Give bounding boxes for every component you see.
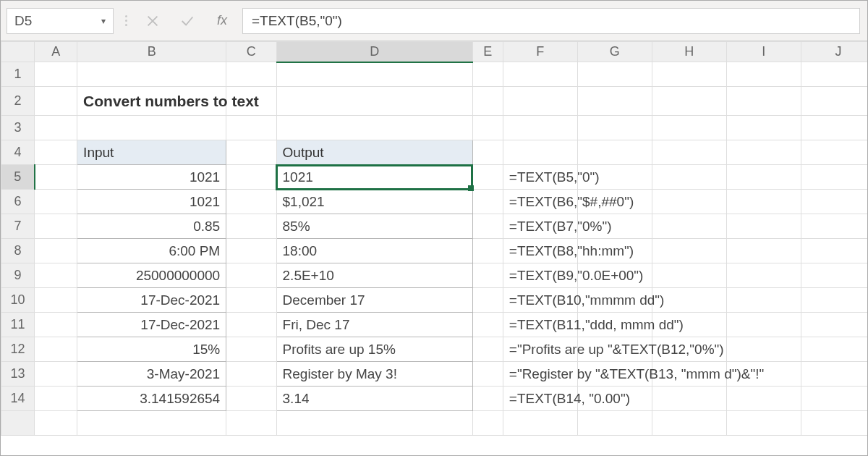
cell[interactable] bbox=[577, 116, 652, 140]
col-header[interactable]: I bbox=[726, 42, 801, 62]
cell[interactable]: Convert numbers to text bbox=[77, 87, 226, 116]
spreadsheet-grid[interactable]: A B C D E F G H I J 1 bbox=[1, 41, 867, 456]
cell[interactable] bbox=[226, 190, 276, 214]
cell[interactable] bbox=[472, 362, 503, 387]
select-all-corner[interactable] bbox=[1, 42, 35, 62]
cell[interactable] bbox=[226, 387, 276, 411]
row-header[interactable]: 6 bbox=[1, 190, 35, 214]
cell[interactable] bbox=[503, 411, 577, 436]
cell[interactable] bbox=[226, 62, 276, 87]
cell[interactable] bbox=[226, 239, 276, 263]
row-header[interactable]: 9 bbox=[1, 263, 35, 288]
cell[interactable] bbox=[472, 337, 503, 362]
cell[interactable] bbox=[472, 288, 503, 313]
row-header[interactable]: 13 bbox=[1, 362, 35, 387]
cell[interactable] bbox=[726, 62, 801, 87]
cell[interactable] bbox=[801, 62, 867, 87]
cell[interactable] bbox=[652, 411, 726, 436]
cell[interactable]: =TEXT(B6,"$#,##0") bbox=[503, 190, 577, 214]
cell[interactable] bbox=[35, 62, 77, 87]
cell[interactable]: 2.5E+10 bbox=[276, 263, 472, 288]
cell[interactable] bbox=[503, 116, 577, 140]
chevron-down-icon[interactable]: ▾ bbox=[101, 16, 106, 26]
cell[interactable] bbox=[77, 116, 226, 140]
cell[interactable] bbox=[226, 337, 276, 362]
cell[interactable] bbox=[226, 263, 276, 288]
col-header[interactable]: H bbox=[652, 42, 726, 62]
cell[interactable] bbox=[35, 362, 77, 387]
cell[interactable]: 6:00 PM bbox=[77, 239, 226, 263]
fx-icon[interactable]: fx bbox=[208, 13, 237, 28]
cell[interactable] bbox=[472, 214, 503, 239]
cell[interactable]: 1021 bbox=[77, 165, 226, 190]
cell[interactable] bbox=[35, 337, 77, 362]
cell[interactable] bbox=[35, 263, 77, 288]
cell[interactable]: Fri, Dec 17 bbox=[276, 313, 472, 337]
col-header[interactable]: D bbox=[276, 42, 472, 62]
cell[interactable]: 0.85 bbox=[77, 214, 226, 239]
cell[interactable]: $1,021 bbox=[276, 190, 472, 214]
row-header[interactable]: 5 bbox=[1, 165, 35, 190]
cell[interactable]: =TEXT(B8,"hh:mm") bbox=[503, 239, 577, 263]
cell[interactable] bbox=[726, 87, 801, 116]
formula-input[interactable]: =TEXT(B5,"0") bbox=[242, 8, 860, 34]
cell[interactable] bbox=[472, 313, 503, 337]
accept-button[interactable] bbox=[173, 8, 202, 34]
col-header[interactable]: A bbox=[35, 42, 77, 62]
row-header[interactable]: 7 bbox=[1, 214, 35, 239]
cell[interactable] bbox=[577, 87, 652, 116]
cell[interactable]: =TEXT(B9,"0.0E+00") bbox=[503, 263, 577, 288]
cell[interactable]: =TEXT(B14, "0.00") bbox=[503, 387, 577, 411]
cell[interactable] bbox=[503, 62, 577, 87]
cell[interactable] bbox=[652, 87, 726, 116]
cell[interactable]: ="Profits are up "&TEXT(B12,"0%") bbox=[503, 337, 577, 362]
row-header[interactable]: 14 bbox=[1, 387, 35, 411]
row-header[interactable]: 11 bbox=[1, 313, 35, 337]
cell[interactable]: 3-May-2021 bbox=[77, 362, 226, 387]
col-header[interactable]: G bbox=[577, 42, 652, 62]
cell[interactable]: Register by May 3! bbox=[276, 362, 472, 387]
cell[interactable] bbox=[652, 140, 726, 165]
cell[interactable] bbox=[726, 411, 801, 436]
cell[interactable] bbox=[35, 288, 77, 313]
cell[interactable] bbox=[226, 165, 276, 190]
cell[interactable] bbox=[472, 387, 503, 411]
cell[interactable]: =TEXT(B11,"ddd, mmm dd") bbox=[503, 313, 577, 337]
cell[interactable] bbox=[503, 87, 577, 116]
cell[interactable] bbox=[35, 411, 77, 436]
col-header[interactable]: J bbox=[801, 42, 867, 62]
cell[interactable]: 25000000000 bbox=[77, 263, 226, 288]
cell[interactable] bbox=[577, 411, 652, 436]
row-header[interactable]: 1 bbox=[1, 62, 35, 87]
cancel-button[interactable] bbox=[138, 8, 167, 34]
cell[interactable] bbox=[276, 411, 472, 436]
cell[interactable]: 3.14 bbox=[276, 387, 472, 411]
cell[interactable] bbox=[652, 62, 726, 87]
cell[interactable] bbox=[35, 116, 77, 140]
cell[interactable] bbox=[276, 62, 472, 87]
cell[interactable] bbox=[35, 165, 77, 190]
cell[interactable]: Profits are up 15% bbox=[276, 337, 472, 362]
cell[interactable]: =TEXT(B7,"0%") bbox=[503, 214, 577, 239]
cell[interactable]: ="Register by "&TEXT(B13, "mmm d")&"!" bbox=[503, 362, 577, 387]
cell[interactable] bbox=[35, 140, 77, 165]
cell[interactable] bbox=[577, 140, 652, 165]
cell[interactable] bbox=[226, 362, 276, 387]
cell[interactable] bbox=[35, 87, 77, 116]
cell[interactable] bbox=[276, 116, 472, 140]
cell[interactable] bbox=[472, 62, 503, 87]
cell[interactable] bbox=[226, 288, 276, 313]
cell[interactable]: 1021 bbox=[77, 190, 226, 214]
cell[interactable] bbox=[35, 190, 77, 214]
cell[interactable] bbox=[801, 87, 867, 116]
cell[interactable] bbox=[226, 411, 276, 436]
cell[interactable] bbox=[226, 140, 276, 165]
cell[interactable] bbox=[472, 87, 503, 116]
cell[interactable] bbox=[472, 263, 503, 288]
cell[interactable] bbox=[226, 116, 276, 140]
cell[interactable] bbox=[652, 116, 726, 140]
cell[interactable]: =TEXT(B10,"mmmm dd") bbox=[503, 288, 577, 313]
col-header[interactable]: F bbox=[503, 42, 577, 62]
row-header[interactable]: 8 bbox=[1, 239, 35, 263]
cell[interactable] bbox=[35, 239, 77, 263]
